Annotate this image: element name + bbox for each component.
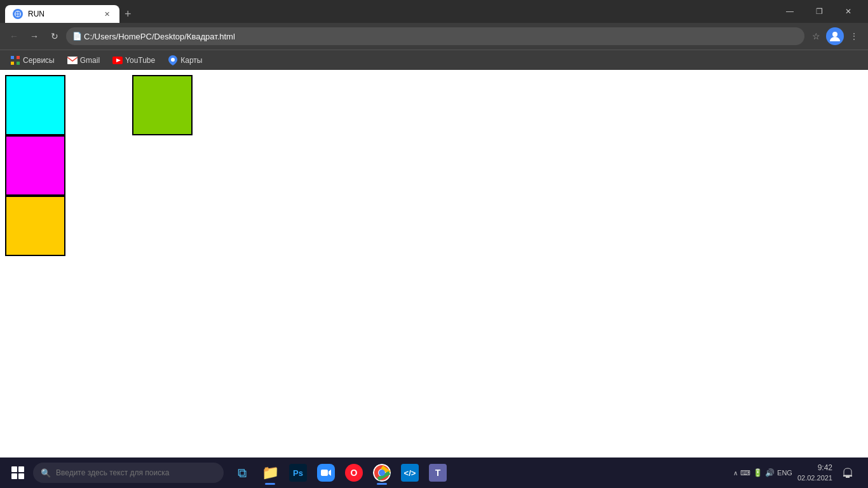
svg-point-3: [832, 32, 837, 37]
bookmark-gmail[interactable]: Gmail: [62, 53, 105, 68]
close-button[interactable]: ✕: [834, 0, 863, 23]
chrome-active-indicator: [377, 483, 387, 485]
services-icon: [10, 55, 20, 65]
taskbar-app-zoom[interactable]: [313, 459, 339, 486]
teams-icon: T: [429, 464, 447, 482]
windows-logo: [11, 466, 24, 479]
new-tab-button[interactable]: +: [119, 5, 137, 23]
taskbar-app-opera[interactable]: O: [341, 459, 367, 486]
language-label[interactable]: ENG: [777, 469, 792, 477]
clock: 9:42: [797, 463, 832, 473]
browser-window: RUN ✕ + — ❐ ✕ ← → ↻ 📄 ☆ ⋮: [0, 0, 868, 488]
profile-button[interactable]: [826, 27, 844, 45]
keyboard-icon: ⌨: [740, 469, 750, 477]
maps-icon: [168, 55, 178, 65]
green-square-area: [132, 75, 193, 135]
square-green: [132, 75, 193, 135]
youtube-label: YouTube: [125, 56, 155, 65]
taskbar-search-input[interactable]: [56, 468, 216, 477]
title-bar: RUN ✕ + — ❐ ✕: [0, 0, 868, 23]
page-content: [0, 70, 868, 488]
address-input[interactable]: [66, 27, 804, 45]
chevron-up-icon[interactable]: ∧: [733, 470, 738, 477]
app-active-indicator: [265, 483, 275, 485]
protocol-icon: 📄: [72, 32, 82, 41]
menu-button[interactable]: ⋮: [845, 27, 863, 45]
left-squares-area: [5, 75, 65, 256]
browser-tab-active[interactable]: RUN ✕: [5, 5, 119, 23]
date: 02.02.2021: [797, 473, 832, 483]
square-yellow: [5, 196, 65, 256]
taskbar-app-chrome[interactable]: [369, 459, 395, 486]
svg-rect-4: [11, 56, 14, 59]
svg-marker-13: [329, 470, 331, 476]
taskbar-app-photoshop[interactable]: Ps: [285, 459, 311, 486]
svg-rect-6: [11, 62, 14, 65]
minimize-button[interactable]: —: [775, 0, 804, 23]
svg-rect-18: [846, 477, 850, 478]
bookmarks-bar: Сервисы Gmail YouTube: [0, 50, 868, 70]
maps-label: Карты: [180, 56, 202, 65]
tab-favicon: [13, 9, 23, 19]
bookmark-youtube[interactable]: YouTube: [107, 53, 160, 68]
address-input-wrapper: 📄: [66, 27, 804, 45]
battery-icon: 🔋: [753, 468, 763, 477]
address-bar: ← → ↻ 📄 ☆ ⋮: [0, 23, 868, 50]
search-icon: 🔍: [41, 468, 51, 478]
system-tray: ∧ ⌨ 🔋 🔊 ENG 9:42 02.02.2021: [728, 463, 863, 483]
start-button[interactable]: [5, 460, 31, 485]
square-magenta: [5, 135, 65, 196]
explorer-icon: 📁: [261, 464, 279, 482]
taskbar-app-vscode[interactable]: </>: [397, 459, 423, 486]
vscode-icon: </>: [401, 464, 419, 482]
svg-rect-5: [17, 56, 20, 59]
bookmark-maps[interactable]: Карты: [163, 53, 207, 68]
refresh-button[interactable]: ↻: [46, 27, 64, 45]
taskbar-app-taskview[interactable]: ⧉: [229, 459, 255, 486]
svg-rect-8: [67, 57, 78, 64]
services-label: Сервисы: [23, 56, 55, 65]
opera-icon: O: [345, 464, 363, 482]
svg-rect-7: [17, 62, 20, 65]
tray-icons: ∧ ⌨ 🔋 🔊 ENG: [733, 468, 792, 477]
clock-date: 9:42 02.02.2021: [797, 463, 832, 483]
gmail-icon: [67, 55, 78, 65]
square-cyan: [5, 75, 65, 135]
taskbar-app-explorer[interactable]: 📁: [257, 459, 283, 486]
notification-button[interactable]: [837, 463, 858, 483]
taskview-icon: ⧉: [233, 464, 251, 482]
taskbar-app-teams[interactable]: T: [424, 459, 451, 486]
svg-rect-12: [321, 470, 328, 476]
tab-title: RUN: [28, 10, 97, 18]
gmail-label: Gmail: [80, 56, 100, 65]
bookmark-star-button[interactable]: ☆: [807, 27, 825, 45]
taskbar-apps: ⧉ 📁 Ps O: [229, 459, 451, 486]
forward-button[interactable]: →: [25, 27, 43, 45]
back-button[interactable]: ←: [5, 27, 23, 45]
tab-close-button[interactable]: ✕: [102, 9, 112, 19]
taskbar: 🔍 ⧉ 📁 Ps: [0, 458, 868, 488]
svg-point-16: [379, 470, 385, 476]
maximize-button[interactable]: ❐: [804, 0, 834, 23]
svg-point-11: [171, 58, 175, 62]
taskbar-search[interactable]: 🔍: [33, 463, 224, 483]
bookmark-services[interactable]: Сервисы: [5, 53, 60, 68]
zoom-icon: [317, 464, 335, 482]
photoshop-icon: Ps: [289, 464, 307, 482]
volume-icon[interactable]: 🔊: [765, 468, 775, 477]
chrome-icon: [373, 464, 391, 482]
youtube-icon: [112, 55, 123, 65]
address-right-icons: ☆ ⋮: [807, 27, 863, 45]
window-controls: — ❐ ✕: [775, 0, 863, 23]
tab-area: RUN ✕ +: [5, 0, 775, 23]
